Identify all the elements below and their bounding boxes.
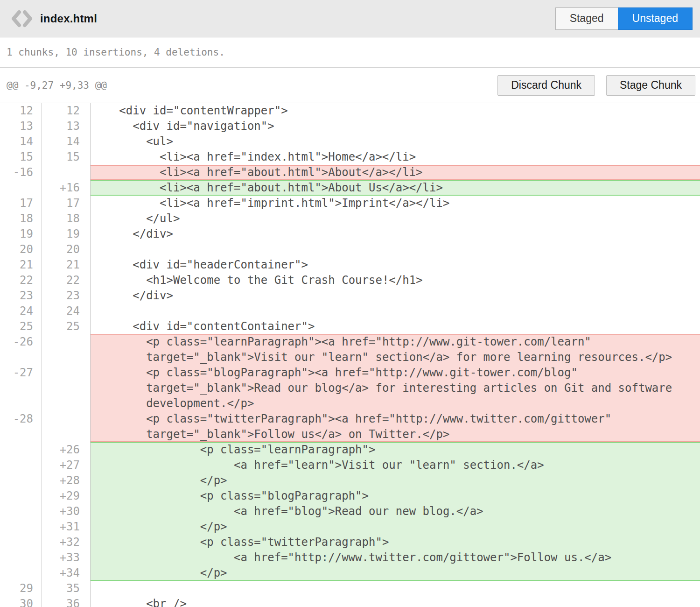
new-line-number: 35 [42,581,91,596]
new-line-number [42,411,91,442]
new-line-number: 25 [42,319,91,334]
old-line-number: 14 [0,134,42,149]
diff-row[interactable]: +16 <li><a href="about.html">About Us</a… [0,180,700,196]
new-line-number [42,365,91,411]
code-line: <li><a href="about.html">About</a></li> [91,165,700,180]
diff-row[interactable]: +30 <a href="blog">Read our new blog.</a… [0,504,700,519]
diff-row[interactable]: +29 <p class="blogParagraph"> [0,488,700,504]
diff-row[interactable]: +31 </p> [0,519,700,535]
new-line-number: 24 [42,304,91,319]
diff-row[interactable]: 19 19 </div> [0,226,700,242]
code-line: </p> [91,473,700,488]
code-line: <h1>Welcome to the Git Crash Course!</h1… [91,273,700,288]
old-line-number: 23 [0,288,42,304]
code-line: </ul> [91,211,700,226]
new-line-number: 20 [42,242,91,257]
diff-row[interactable]: 17 17 <li><a href="imprint.html">Imprint… [0,196,700,211]
new-line-number: 22 [42,273,91,288]
new-line-number: 19 [42,226,91,242]
code-line: <p class="blogParagraph"> [91,488,700,504]
diff-row[interactable]: 24 24 [0,304,700,319]
old-line-number [0,519,42,535]
old-line-number [0,180,42,196]
diff-row[interactable]: 21 21 <div id="headerContainer"> [0,257,700,273]
code-line: </div> [91,288,700,304]
old-line-number [0,488,42,504]
old-line-number [0,458,42,473]
new-line-number: 17 [42,196,91,211]
new-line-number [42,165,91,180]
new-line-number: +29 [42,488,91,504]
code-line [91,242,700,257]
old-line-number: -27 [0,365,42,411]
diff-row[interactable]: 13 13 <div id="navigation"> [0,119,700,134]
file-header: index.html Staged Unstaged [0,0,700,37]
new-line-number: 36 [42,596,91,607]
old-line-number: -16 [0,165,42,180]
discard-chunk-button[interactable]: Discard Chunk [497,75,595,96]
old-line-number: 13 [0,119,42,134]
chunk-range-label: @@ -9,27 +9,33 @@ [7,80,107,91]
diff-row[interactable]: -27 <p class="blogParagraph"><a href="ht… [0,365,700,411]
old-line-number: 12 [0,103,42,119]
diff-row[interactable]: 18 18 </ul> [0,211,700,226]
code-line: <div id="navigation"> [91,119,700,134]
code-line: <p class="twitterParagraph"><a href="htt… [91,411,700,442]
stage-chunk-button[interactable]: Stage Chunk [606,75,695,96]
old-line-number: 29 [0,581,42,596]
diff-row[interactable]: +28 </p> [0,473,700,488]
diff-row[interactable]: 15 15 <li><a href="index.html">Home</a><… [0,149,700,165]
new-line-number [42,334,91,365]
new-line-number: 18 [42,211,91,226]
old-line-number: 17 [0,196,42,211]
diff-row[interactable]: 25 25 <div id="contentContainer"> [0,319,700,334]
diff-row[interactable]: +26 <p class="learnParagraph"> [0,442,700,458]
tab-staged[interactable]: Staged [555,7,618,30]
code-line: <li><a href="imprint.html">Imprint</a></… [91,196,700,211]
tab-unstaged[interactable]: Unstaged [618,7,693,30]
old-line-number [0,504,42,519]
old-line-number [0,565,42,581]
diff-row[interactable]: -16 <li><a href="about.html">About</a></… [0,165,700,180]
staged-unstaged-toggle: Staged Unstaged [555,7,693,30]
diff-row[interactable]: +33 <a href="http://www.twitter.com/gitt… [0,550,700,565]
code-line: <ul> [91,134,700,149]
diff-row[interactable]: 20 20 [0,242,700,257]
old-line-number: 20 [0,242,42,257]
new-line-number: +26 [42,442,91,458]
code-line: <p class="blogParagraph"><a href="http:/… [91,365,700,411]
file-name: index.html [40,12,97,25]
old-line-number [0,550,42,565]
new-line-number: 21 [42,257,91,273]
new-line-number: 13 [42,119,91,134]
diff-row[interactable]: 14 14 <ul> [0,134,700,149]
code-line: <a href="learn">Visit our "learn" sectio… [91,458,700,473]
new-line-number: 12 [42,103,91,119]
new-line-number: +30 [42,504,91,519]
diff-row[interactable]: 30 36 <br /> [0,596,700,607]
code-line: <p class="learnParagraph"> [91,442,700,458]
code-line: <a href="http://www.twitter.com/gittower… [91,550,700,565]
new-line-number: +31 [42,519,91,535]
code-line: <a href="blog">Read our new blog.</a> [91,504,700,519]
diff-row[interactable]: -28 <p class="twitterParagraph"><a href=… [0,411,700,442]
diff-row[interactable]: +27 <a href="learn">Visit our "learn" se… [0,458,700,473]
code-line: </p> [91,519,700,535]
code-line: <div id="contentContainer"> [91,319,700,334]
code-line: </div> [91,226,700,242]
diff-row[interactable]: 23 23 </div> [0,288,700,304]
old-line-number: -28 [0,411,42,442]
old-line-number: -26 [0,334,42,365]
new-line-number: 14 [42,134,91,149]
code-line: <li><a href="index.html">Home</a></li> [91,149,700,165]
old-line-number [0,473,42,488]
diff-row[interactable]: 29 35 [0,581,700,596]
diff-row[interactable]: +34 </p> [0,565,700,581]
diff-row[interactable]: +32 <p class="twitterParagraph"> [0,535,700,550]
diff-row[interactable]: 12 12 <div id="contentWrapper"> [0,103,700,119]
code-line [91,581,700,596]
diff-table: 12 12 <div id="contentWrapper"> 13 13 <d… [0,103,700,607]
diff-row[interactable]: 22 22 <h1>Welcome to the Git Crash Cours… [0,273,700,288]
new-line-number: +34 [42,565,91,581]
diff-row[interactable]: -26 <p class="learnParagraph"><a href="h… [0,334,700,365]
